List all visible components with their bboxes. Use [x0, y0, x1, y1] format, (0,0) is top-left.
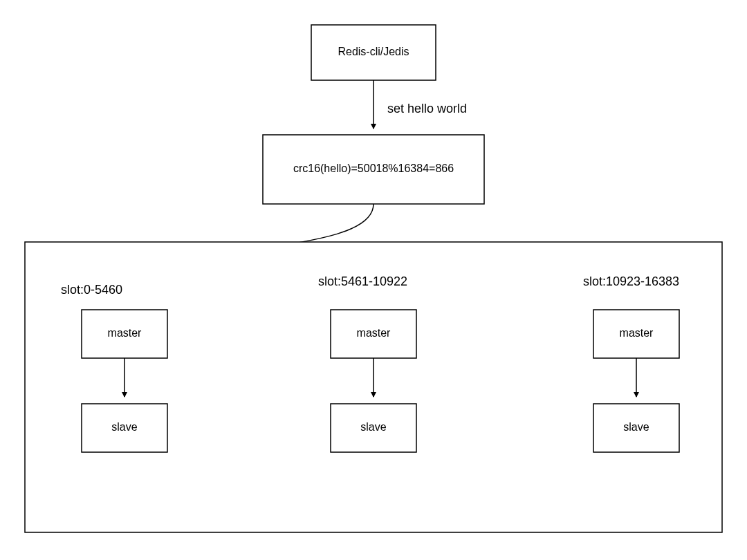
slot-label-0: slot:0-5460 [61, 283, 122, 297]
master-label-1: master [357, 327, 391, 339]
client-label: Redis-cli/Jedis [338, 46, 409, 57]
slot-label-2: slot:10923-16383 [583, 274, 679, 288]
slave-label-1: slave [360, 421, 386, 433]
hash-label: crc16(hello)=50018%16384=866 [293, 162, 454, 174]
slot-label-1: slot:5461-10922 [318, 274, 407, 288]
diagram-canvas: Redis-cli/Jedis set hello world crc16(he… [0, 0, 747, 560]
command-label: set hello world [387, 102, 467, 115]
slave-label-0: slave [111, 421, 137, 433]
master-label-0: master [108, 327, 142, 339]
master-label-2: master [620, 327, 654, 339]
slave-label-2: slave [623, 421, 649, 433]
